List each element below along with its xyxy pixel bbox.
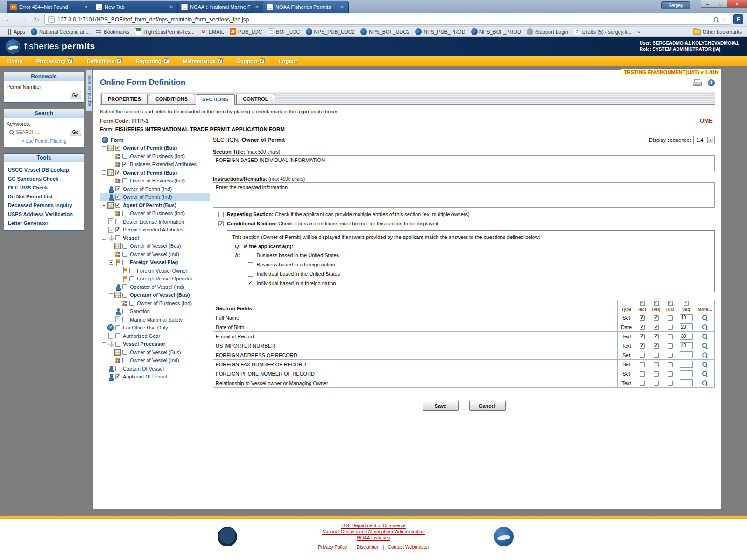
- tree-item-checkbox[interactable]: [115, 342, 120, 347]
- tree-item-checkbox[interactable]: [122, 244, 127, 249]
- minimize-button[interactable]: [701, 0, 714, 8]
- tab-close-icon[interactable]: [83, 4, 89, 10]
- tree-item[interactable]: Operator of Vessel (Bus): [100, 291, 210, 300]
- bookmark-item[interactable]: BOF_LOC: [265, 28, 302, 36]
- tree-item-checkbox[interactable]: [122, 178, 127, 183]
- tree-item-checkbox[interactable]: [122, 260, 127, 265]
- tree-item-checkbox[interactable]: [115, 146, 120, 151]
- renewals-go-button[interactable]: Go: [70, 91, 81, 99]
- ro-checkbox[interactable]: [668, 343, 673, 349]
- req-checkbox[interactable]: [654, 325, 659, 330]
- tree-item-label[interactable]: Owner of Business (Ind): [129, 210, 186, 216]
- tree-item-label[interactable]: Owner of Permit (Bus): [122, 170, 178, 175]
- browser-tab[interactable]: New Tab: [92, 1, 178, 13]
- search-icon[interactable]: [713, 17, 719, 22]
- tree-item-checkbox[interactable]: [115, 227, 120, 232]
- tree-root[interactable]: Form: [100, 136, 210, 144]
- tree-item-label[interactable]: Captain Of Vessel: [122, 366, 165, 371]
- seq-input[interactable]: [680, 342, 693, 349]
- bookmark-item[interactable]: PUB_LOC: [227, 28, 264, 36]
- search-input[interactable]: [16, 130, 66, 135]
- tree-item-label[interactable]: Owner of Vessel (Ind): [129, 357, 180, 363]
- bookmark-item[interactable]: Bookmarks: [93, 28, 132, 36]
- tab-close-icon[interactable]: [339, 4, 345, 10]
- tree-item[interactable]: Owner of Vessel (Bus): [100, 348, 210, 357]
- tree-item-checkbox[interactable]: [122, 293, 127, 298]
- tree-expander-icon[interactable]: [109, 260, 113, 265]
- bookmark-item[interactable]: NPS_PUB_UDC2: [303, 28, 357, 36]
- answer-checkbox[interactable]: [248, 262, 253, 267]
- tree-item-label[interactable]: Agent Of Permit (Bus): [122, 203, 177, 208]
- ro-checkbox[interactable]: [668, 362, 673, 367]
- bookmark-item[interactable]: NPS_BOF_PROD: [469, 28, 523, 36]
- incl-checkbox[interactable]: [640, 362, 645, 367]
- footer-link[interactable]: Privacy Policy: [318, 545, 347, 550]
- tree-item-checkbox[interactable]: [115, 325, 120, 330]
- field-details-icon[interactable]: [702, 352, 708, 358]
- field-details-icon[interactable]: [702, 380, 708, 386]
- address-bar[interactable]: 127.0.0.1:7101/NPS_BOF/bof_form_def/nps_…: [44, 14, 731, 25]
- tree-item[interactable]: Foreign Vessel Operator: [100, 275, 210, 283]
- footer-link[interactable]: Contact Webmaster: [388, 545, 429, 550]
- answer-checkbox[interactable]: [248, 272, 253, 277]
- req-checkbox[interactable]: [654, 334, 659, 339]
- tree-item-label[interactable]: Operator of Vessel (Bus): [129, 292, 190, 298]
- incl-checkbox[interactable]: [640, 353, 645, 358]
- bookmark-item[interactable]: Drafts (5) - sergey.k...: [571, 28, 634, 36]
- tool-link[interactable]: GC Sanctions Check: [7, 174, 81, 183]
- tree-item[interactable]: Owner of Business (Ind): [100, 152, 210, 161]
- tab-close-icon[interactable]: [169, 4, 174, 10]
- form-def-tab[interactable]: SECTIONS: [196, 94, 235, 105]
- browser-tab[interactable]: NOAA :: National Marine F: [177, 1, 263, 13]
- incl-checkbox[interactable]: [640, 381, 645, 386]
- tree-item[interactable]: Owner of Permit (Bus): [100, 168, 210, 177]
- incl-checkbox[interactable]: [640, 371, 645, 377]
- nav-menu-item[interactable]: Home: [7, 58, 22, 64]
- tree-item-checkbox[interactable]: [122, 309, 127, 314]
- bookmark-item[interactable]: Apps: [3, 28, 28, 36]
- tree-item-label[interactable]: Foreign Vessel Owner: [136, 268, 188, 273]
- field-details-icon[interactable]: [702, 315, 708, 321]
- tree-item-checkbox[interactable]: [115, 235, 120, 240]
- tree-item[interactable]: Vessel: [100, 234, 210, 242]
- tree-item-label[interactable]: Marine Mammal Safety: [129, 317, 183, 322]
- conditional-section-checkbox[interactable]: [218, 221, 224, 226]
- tree-item[interactable]: Foreign Vessel Owner: [100, 266, 210, 275]
- form-def-tab[interactable]: CONTROL: [236, 94, 275, 104]
- close-button[interactable]: [727, 0, 747, 8]
- ro-checkbox[interactable]: [668, 325, 673, 330]
- tree-item-label[interactable]: Owner of Vessel (Bus): [129, 243, 182, 249]
- browser-profile-button[interactable]: Sergey: [661, 1, 690, 9]
- browser-tab[interactable]: NOAA Fisheries Permits: [263, 1, 349, 13]
- tree-item[interactable]: Captain Of Vessel: [100, 364, 210, 373]
- tree-item-label[interactable]: Owner of Vessel (Ind): [129, 252, 180, 257]
- bookmark-item[interactable]: National Oceanic an...: [28, 28, 92, 36]
- tree-item-label[interactable]: Vessel Processor: [122, 341, 166, 347]
- nav-menu-item[interactable]: Reporting: [136, 58, 169, 64]
- tree-item[interactable]: Owner of Vessel (Ind): [100, 357, 210, 365]
- forward-button[interactable]: [17, 14, 28, 25]
- req-checkbox[interactable]: [654, 362, 659, 367]
- tree-expander-icon[interactable]: [102, 342, 106, 346]
- nav-menu-item[interactable]: Definitions: [87, 58, 122, 64]
- incl-checkbox[interactable]: [640, 343, 645, 349]
- tool-link[interactable]: USCG Vessel DB Lookup: [7, 165, 81, 174]
- req-checkbox[interactable]: [654, 381, 659, 386]
- tree-item-checkbox[interactable]: [122, 317, 127, 322]
- tree-item-checkbox[interactable]: [115, 170, 120, 175]
- tree-item-checkbox[interactable]: [115, 374, 120, 379]
- form-def-tab[interactable]: CONDITIONS: [149, 94, 194, 104]
- tree-expander-icon[interactable]: [102, 170, 106, 175]
- repeating-section-checkbox[interactable]: [218, 212, 224, 217]
- tree-item-checkbox[interactable]: [115, 186, 120, 191]
- permit-number-input[interactable]: [7, 91, 68, 99]
- tree-item[interactable]: Owner of Vessel (Bus): [100, 242, 210, 251]
- ro-checkbox[interactable]: [668, 353, 673, 358]
- tree-expander-icon[interactable]: [102, 146, 106, 150]
- tree-item[interactable]: Foreign Vessel Flag: [100, 259, 210, 267]
- url-text[interactable]: 127.0.0.1:7101/NPS_BOF/bof_form_def/nps_…: [57, 16, 710, 23]
- tree-item[interactable]: Owner of Permit (Ind): [100, 193, 210, 202]
- tree-item-label[interactable]: Vessel: [122, 235, 140, 241]
- nav-menu-item[interactable]: Maintenance: [183, 58, 223, 64]
- tree-item[interactable]: Owner of Permit (Bus): [100, 144, 210, 153]
